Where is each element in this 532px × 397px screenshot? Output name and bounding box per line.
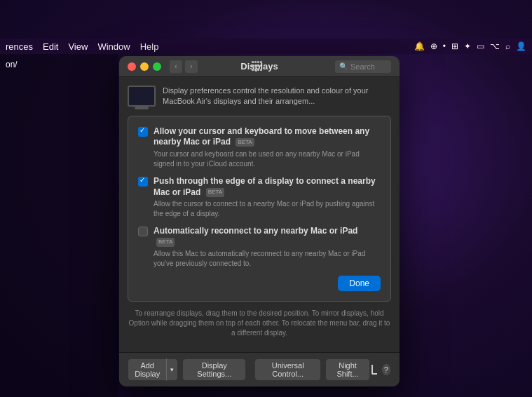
wifi-icon: ⌥ (490, 41, 500, 51)
checkbox-title-1: Allow your cursor and keyboard to move b… (154, 126, 381, 148)
back-button[interactable]: ‹ (170, 60, 182, 73)
close-button[interactable] (128, 62, 136, 71)
universal-control-button[interactable]: Universal Control... (254, 358, 321, 381)
checkbox-content-2: Push through the edge of a display to co… (154, 176, 381, 219)
checkbox-item-2: Push through the edge of a display to co… (138, 176, 381, 219)
window-body: Display preferences control the resoluti… (119, 77, 400, 352)
checkbox-desc-1: Your cursor and keyboard can be used on … (154, 149, 381, 169)
done-button[interactable]: Done (338, 276, 381, 291)
help-button[interactable]: ? (381, 363, 392, 376)
menu-item-window[interactable]: Window (97, 41, 130, 52)
nav-buttons: ‹ › (170, 60, 198, 73)
add-display-button[interactable]: Add Display (128, 358, 166, 381)
search-icon: 🔍 (339, 62, 348, 70)
add-display-dropdown[interactable]: ▾ (166, 358, 178, 381)
cursor-indicator (371, 365, 377, 375)
display-settings-button[interactable]: Display Settings... (182, 358, 246, 381)
done-btn-row: Done (138, 276, 381, 291)
checkbox-3[interactable] (138, 227, 148, 236)
menu-item-edit[interactable]: Edit (43, 41, 58, 52)
bell-icon: 🔔 (414, 41, 425, 51)
menu-item-view[interactable]: View (68, 41, 88, 52)
left-panel-text: on/ (0, 54, 118, 75)
display-icon (128, 86, 156, 107)
battery-icon: ▭ (477, 41, 484, 51)
menu-bar: rences Edit View Window Help 🔔 ⊕ • ⊞ ✦ ▭… (0, 39, 532, 54)
bluetooth-icon: ✦ (464, 41, 471, 51)
left-panel: on/ (0, 54, 118, 397)
add-display-group: Add Display ▾ (128, 358, 178, 381)
display-description: Display preferences control the resoluti… (163, 86, 391, 107)
footer-text: To rearrange displays, drag them to the … (128, 309, 391, 338)
beta-badge-1: BETA (236, 138, 254, 147)
menu-item-help[interactable]: Help (140, 41, 159, 52)
window-title: Displays (240, 61, 278, 72)
dot-icon: • (443, 41, 446, 51)
checkbox-1[interactable] (138, 127, 148, 137)
arrow-circle-icon: ⊕ (430, 41, 437, 51)
title-bar: ‹ › Displays 🔍 Search (119, 56, 400, 77)
minimize-button[interactable] (140, 62, 149, 71)
search-box[interactable]: 🔍 Search (335, 60, 391, 73)
checkbox-content-1: Allow your cursor and keyboard to move b… (154, 126, 381, 169)
search-menubar-icon[interactable]: ⌕ (505, 41, 510, 51)
display-header: Display preferences control the resoluti… (128, 86, 391, 107)
search-placeholder: Search (350, 62, 375, 71)
checkbox-content-3: Automatically reconnect to any nearby Ma… (154, 226, 381, 269)
menu-bar-right: 🔔 ⊕ • ⊞ ✦ ▭ ⌥ ⌕ 👤 (414, 41, 526, 51)
traffic-lights (128, 62, 161, 71)
checkbox-title-3: Automatically reconnect to any nearby Ma… (154, 226, 381, 248)
night-shift-area: Night Shift... (325, 358, 376, 381)
beta-badge-2: BETA (206, 188, 224, 196)
checkbox-desc-2: Allow the cursor to connect to a nearby … (154, 199, 381, 219)
popup-overlay: Allow your cursor and keyboard to move b… (128, 116, 391, 302)
maximize-button[interactable] (153, 62, 161, 71)
night-shift-button[interactable]: Night Shift... (325, 358, 370, 381)
beta-badge-3: BETA (156, 238, 175, 246)
menu-bar-left: rences Edit View Window Help (6, 41, 158, 52)
user-icon: 👤 (516, 41, 526, 51)
checkbox-2[interactable] (138, 177, 148, 187)
checkbox-item-3: Automatically reconnect to any nearby Ma… (138, 226, 381, 269)
forward-button[interactable]: › (185, 60, 198, 73)
checkbox-desc-3: Allow this Mac to automatically reconnec… (154, 249, 381, 269)
menu-item-appname[interactable]: rences (6, 41, 33, 52)
bottom-toolbar: Add Display ▾ Display Settings... Univer… (119, 352, 400, 386)
displays-window: ‹ › Displays 🔍 Search Display preference… (119, 56, 400, 386)
checkbox-item-1: Allow your cursor and keyboard to move b… (138, 126, 381, 169)
grid-icon: ⊞ (451, 41, 458, 51)
checkbox-title-2: Push through the edge of a display to co… (154, 176, 381, 198)
